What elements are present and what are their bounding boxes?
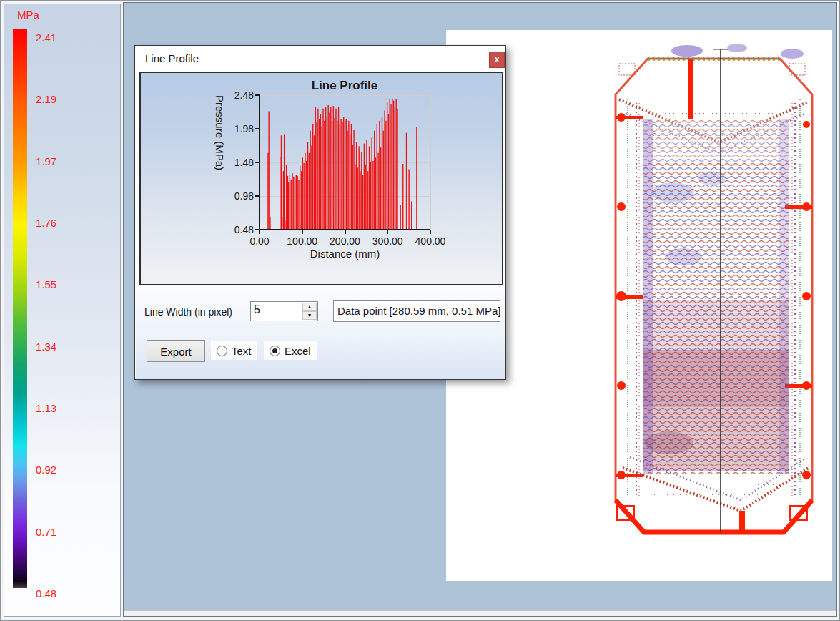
radio-text[interactable]: Text — [211, 341, 257, 360]
x-tick: 400.00 — [409, 235, 452, 247]
scale-value: 1.55 — [36, 278, 79, 290]
x-tick: 200.00 — [324, 235, 367, 247]
y-tick: 0.48 — [222, 224, 254, 235]
close-icon[interactable]: x — [489, 52, 505, 68]
scale-value: 0.71 — [36, 526, 79, 538]
scale-value: 1.34 — [36, 341, 79, 353]
y-tick: 0.98 — [222, 190, 254, 202]
radio-excel-icon[interactable] — [270, 346, 280, 356]
scale-value: 1.76 — [36, 217, 79, 229]
y-tick: 1.98 — [222, 123, 254, 135]
scale-value: 1.97 — [36, 155, 79, 167]
y-tick: 2.48 — [222, 89, 254, 101]
export-button[interactable]: Export — [147, 340, 205, 362]
line-profile-chart: Line Profile Pressure (MPa) Distance (mm… — [139, 72, 503, 285]
line-width-value: 5 — [254, 303, 260, 316]
scale-unit-label: MPa — [17, 9, 39, 21]
scale-value: 2.19 — [36, 93, 79, 105]
data-point-readout: Data point [280.59 mm, 0.51 MPa] — [333, 300, 500, 322]
y-tick: 1.48 — [222, 157, 254, 168]
line-profile-dialog: Line Profile x Line Profile Pressure (MP… — [134, 45, 506, 380]
scale-value: 1.13 — [36, 402, 79, 414]
app-window: MPa 2.412.191.971.761.551.341.130.920.71… — [0, 0, 840, 621]
pressure-map-image — [605, 42, 819, 543]
scale-value: 2.41 — [36, 31, 79, 44]
x-tick: 0.00 — [238, 235, 281, 247]
status-strip — [124, 610, 836, 616]
dialog-title: Line Profile — [145, 52, 199, 64]
x-tick: 100.00 — [281, 235, 324, 247]
radio-text-icon[interactable] — [217, 346, 227, 356]
dialog-titlebar[interactable]: Line Profile x — [135, 46, 505, 72]
pressure-scale-panel: MPa 2.412.191.971.761.551.341.130.920.71… — [4, 4, 121, 617]
line-width-label: Line Width (in pixel) — [144, 306, 232, 318]
color-scale-bar — [13, 29, 27, 588]
dialog-controls: Line Width (in pixel) 5 ▲ ▼ Data point [… — [136, 285, 505, 379]
plot-area — [260, 95, 430, 230]
spinner-up-icon[interactable]: ▲ — [302, 303, 317, 311]
scale-value: 0.92 — [36, 464, 79, 476]
line-width-spinner[interactable]: 5 ▲ ▼ — [250, 301, 318, 321]
scale-value: 0.48 — [36, 587, 79, 600]
radio-excel[interactable]: Excel — [264, 341, 317, 360]
x-tick: 300.00 — [366, 235, 409, 247]
spinner-down-icon[interactable]: ▼ — [302, 311, 317, 320]
x-axis-label: Distance (mm) — [260, 248, 430, 260]
